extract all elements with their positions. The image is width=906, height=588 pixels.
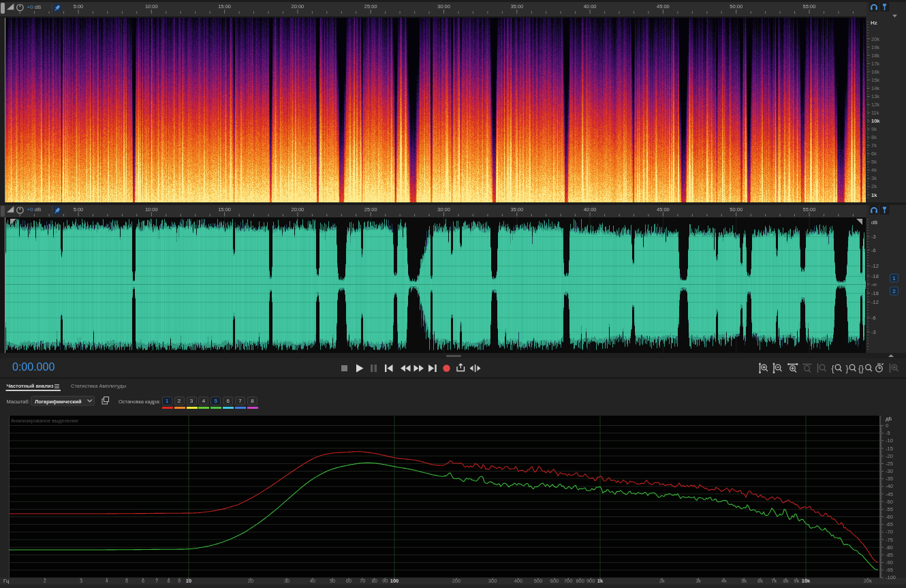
svg-text:4k: 4k — [721, 578, 727, 584]
svg-text:8: 8 — [168, 578, 170, 584]
svg-text:600: 600 — [550, 578, 559, 584]
svg-text:20k: 20k — [864, 578, 872, 584]
svg-text:-40: -40 — [886, 483, 893, 489]
svg-text:-30: -30 — [886, 468, 893, 474]
svg-text:дБ: дБ — [886, 416, 892, 422]
svg-text:3: 3 — [80, 578, 82, 584]
svg-text:5k: 5k — [741, 578, 747, 584]
svg-text:3k: 3k — [696, 578, 701, 584]
svg-text:5: 5 — [125, 578, 128, 584]
svg-text:-100: -100 — [886, 574, 896, 581]
svg-text:7k: 7k — [771, 578, 777, 584]
svg-text:6: 6 — [142, 578, 144, 584]
svg-text:-70: -70 — [886, 529, 893, 535]
svg-text:-45: -45 — [886, 491, 893, 497]
svg-text:-5: -5 — [886, 430, 890, 436]
svg-text:200: 200 — [452, 578, 461, 584]
svg-text:900: 900 — [587, 578, 595, 584]
svg-text:7: 7 — [155, 578, 158, 584]
svg-text:Гц: Гц — [3, 578, 10, 584]
svg-text:-85: -85 — [886, 552, 893, 558]
svg-text:Анализированое выделение: Анализированое выделение — [11, 418, 78, 424]
svg-text:80: 80 — [372, 578, 377, 584]
svg-text:2: 2 — [44, 578, 46, 584]
svg-text:-75: -75 — [886, 537, 893, 543]
svg-text:300: 300 — [488, 578, 497, 584]
svg-text:1k: 1k — [597, 578, 604, 584]
svg-text:-15: -15 — [886, 446, 893, 452]
svg-text:-50: -50 — [886, 499, 893, 505]
svg-text:-20: -20 — [886, 453, 893, 459]
svg-text:-25: -25 — [886, 461, 893, 467]
svg-text:9k: 9k — [794, 578, 799, 584]
svg-text:10k: 10k — [802, 578, 811, 584]
svg-text:-60: -60 — [886, 514, 893, 520]
svg-text:100: 100 — [390, 578, 399, 584]
svg-text:20: 20 — [248, 578, 253, 584]
svg-text:6k: 6k — [757, 578, 763, 584]
svg-text:-95: -95 — [886, 567, 893, 573]
svg-text:2k: 2k — [659, 578, 665, 584]
svg-text:-10: -10 — [886, 437, 893, 444]
svg-text:60: 60 — [346, 578, 352, 584]
svg-text:700: 700 — [564, 578, 573, 584]
svg-text:50: 50 — [330, 578, 335, 584]
svg-text:40: 40 — [310, 578, 315, 584]
svg-text:-90: -90 — [886, 559, 893, 566]
svg-text:4: 4 — [106, 578, 108, 584]
svg-text:800: 800 — [576, 578, 584, 584]
svg-text:90: 90 — [382, 578, 388, 584]
svg-text:0: 0 — [886, 422, 888, 429]
svg-text:9: 9 — [178, 578, 181, 584]
svg-text:-55: -55 — [886, 506, 893, 512]
svg-text:30: 30 — [284, 578, 290, 584]
svg-text:8k: 8k — [783, 578, 789, 584]
svg-text:400: 400 — [514, 578, 523, 584]
svg-text:-35: -35 — [886, 476, 893, 482]
svg-text:500: 500 — [534, 578, 543, 584]
svg-text:70: 70 — [360, 578, 365, 584]
svg-text:-80: -80 — [886, 544, 893, 551]
svg-text:10: 10 — [186, 578, 191, 584]
svg-text:-65: -65 — [886, 521, 893, 527]
